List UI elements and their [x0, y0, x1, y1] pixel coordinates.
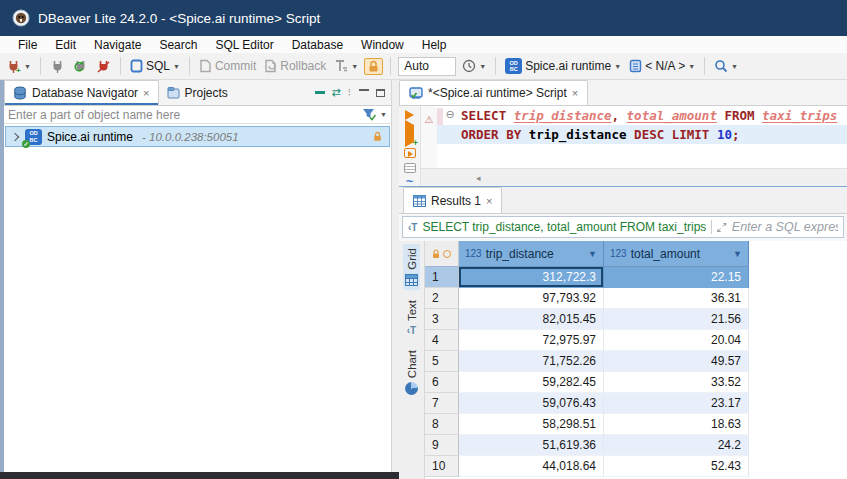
table-row[interactable]: 4 72,975.97 20.04: [425, 330, 847, 351]
cell-trip-distance[interactable]: 97,793.92: [459, 288, 604, 309]
search-button[interactable]: ▼: [712, 57, 740, 75]
cell-trip-distance[interactable]: 51,619.36: [459, 435, 604, 456]
row-number[interactable]: 3: [425, 309, 459, 330]
editor-body[interactable]: ⚠ ⊖ SELECT trip_distance, total_amount F…: [421, 106, 847, 168]
tab-sql-script[interactable]: *<Spice.ai runtime> Script ×: [399, 80, 588, 105]
table-row[interactable]: 1 312,722.3 22.15: [425, 267, 847, 288]
sql-line-1[interactable]: SELECT trip_distance, total_amount FROM …: [461, 106, 847, 125]
tree-item-connection[interactable]: OD BC ✓ Spice.ai runtime - 10.0.0.238:50…: [5, 126, 390, 147]
editor-horizontal-scrollbar[interactable]: ◂: [421, 168, 847, 186]
menu-edit[interactable]: Edit: [47, 38, 84, 52]
cell-trip-distance[interactable]: 59,076.43: [459, 393, 604, 414]
table-row[interactable]: 8 58,298.51 18.63: [425, 414, 847, 435]
table-row[interactable]: 9 51,619.36 24.2: [425, 435, 847, 456]
row-number[interactable]: 8: [425, 414, 459, 435]
row-number[interactable]: 5: [425, 351, 459, 372]
cell-total-amount[interactable]: 33.52: [604, 372, 749, 393]
expression-placeholder[interactable]: Enter a SQL expression to: [732, 220, 838, 234]
cell-total-amount[interactable]: 52.43: [604, 456, 749, 477]
panel-splitter[interactable]: [392, 80, 399, 479]
table-row[interactable]: 5 71,752.26 49.57: [425, 351, 847, 372]
menu-database[interactable]: Database: [284, 38, 351, 52]
menu-help[interactable]: Help: [414, 38, 455, 52]
cell-total-amount[interactable]: 36.31: [604, 288, 749, 309]
row-number[interactable]: 2: [425, 288, 459, 309]
execute-statement-icon[interactable]: [405, 110, 414, 120]
cell-trip-distance[interactable]: 82,015.45: [459, 309, 604, 330]
row-number[interactable]: 10: [425, 456, 459, 477]
table-row[interactable]: 6 59,282.45 33.52: [425, 372, 847, 393]
transaction-mode-combo[interactable]: Auto: [398, 57, 456, 76]
tab-projects[interactable]: Projects: [159, 80, 236, 105]
table-row[interactable]: 2 97,793.92 36.31: [425, 288, 847, 309]
sort-desc-icon[interactable]: ▼: [588, 249, 597, 259]
code-area[interactable]: SELECT trip_distance, total_amount FROM …: [457, 106, 847, 168]
connection-lock-button[interactable]: [364, 58, 383, 75]
object-filter-input[interactable]: [8, 108, 358, 122]
sort-desc-icon[interactable]: ▼: [733, 249, 742, 259]
view-menu-icon[interactable]: ⁝: [348, 87, 352, 98]
tab-database-navigator[interactable]: Database Navigator ×: [4, 80, 159, 105]
disconnect-button[interactable]: [94, 57, 113, 76]
cell-trip-distance[interactable]: 58,298.51: [459, 414, 604, 435]
cell-trip-distance[interactable]: 44,018.64: [459, 456, 604, 477]
close-icon[interactable]: ×: [143, 87, 149, 99]
menu-sql-editor[interactable]: SQL Editor: [207, 38, 281, 52]
row-number[interactable]: 1: [425, 267, 459, 288]
cell-trip-distance[interactable]: 312,722.3: [459, 267, 604, 288]
collapse-all-icon[interactable]: [315, 91, 325, 94]
close-icon[interactable]: ×: [572, 87, 578, 99]
active-database-selector[interactable]: < N/A > ▼: [627, 57, 697, 75]
minimize-icon[interactable]: [359, 89, 369, 97]
explain-plan-icon[interactable]: [404, 163, 416, 173]
commit-button[interactable]: Commit: [197, 57, 258, 75]
filter-icon[interactable]: [362, 108, 376, 121]
active-connection-selector[interactable]: OD BC Spice.ai runtime ▼: [503, 56, 623, 76]
column-header-total-amount[interactable]: 123 total_amount ▼: [604, 241, 749, 267]
caret-down-icon[interactable]: ▼: [380, 111, 387, 118]
close-icon[interactable]: ×: [486, 195, 492, 207]
collapse-region-icon[interactable]: ⊖: [445, 108, 454, 120]
cell-total-amount[interactable]: 24.2: [604, 435, 749, 456]
execute-new-tab-icon[interactable]: +: [405, 125, 414, 143]
caret-down-icon[interactable]: ▼: [731, 63, 738, 70]
scroll-left-icon[interactable]: ◂: [476, 173, 481, 183]
cell-trip-distance[interactable]: 71,752.26: [459, 351, 604, 372]
row-number[interactable]: 9: [425, 435, 459, 456]
cell-total-amount[interactable]: 21.56: [604, 309, 749, 330]
cell-trip-distance[interactable]: 59,282.45: [459, 372, 604, 393]
cell-total-amount[interactable]: 23.17: [604, 393, 749, 414]
sql-editor-button[interactable]: SQL ▼: [128, 57, 182, 75]
rollback-button[interactable]: Rollback: [262, 57, 328, 75]
cell-trip-distance[interactable]: 72,975.97: [459, 330, 604, 351]
cell-total-amount[interactable]: 49.57: [604, 351, 749, 372]
menu-file[interactable]: File: [10, 38, 45, 52]
query-analysis-icon[interactable]: ~: [406, 178, 414, 186]
column-header-trip-distance[interactable]: 123 trip_distance ▼: [459, 241, 604, 267]
caret-down-icon[interactable]: ▼: [614, 63, 621, 70]
table-row[interactable]: 7 59,076.43 23.17: [425, 393, 847, 414]
menu-navigate[interactable]: Navigate: [86, 38, 149, 52]
cell-total-amount[interactable]: 22.15: [604, 267, 749, 288]
cell-total-amount[interactable]: 20.04: [604, 330, 749, 351]
new-connection-button[interactable]: + ▼: [4, 57, 33, 76]
row-number[interactable]: 6: [425, 372, 459, 393]
caret-down-icon[interactable]: ▼: [479, 63, 486, 70]
table-row[interactable]: 3 82,015.45 21.56: [425, 309, 847, 330]
transaction-log-button[interactable]: ▼: [332, 57, 360, 75]
row-number[interactable]: 7: [425, 393, 459, 414]
execute-script-icon[interactable]: [404, 148, 416, 158]
row-number[interactable]: 4: [425, 330, 459, 351]
tab-chart-view[interactable]: Chart: [403, 346, 420, 399]
caret-down-icon[interactable]: ▼: [688, 63, 695, 70]
caret-down-icon[interactable]: ▼: [24, 63, 31, 70]
menu-window[interactable]: Window: [353, 38, 412, 52]
tab-grid-view[interactable]: Grid: [403, 244, 420, 290]
menu-search[interactable]: Search: [151, 38, 205, 52]
expander-chevron-icon[interactable]: [11, 132, 19, 140]
grid-corner-cell[interactable]: [425, 241, 459, 267]
link-editor-icon[interactable]: ⇄: [332, 86, 341, 99]
sql-line-2[interactable]: ORDER BY trip_distance DESC LIMIT 10;: [437, 125, 847, 144]
previous-transactions-button[interactable]: ▼: [460, 57, 488, 75]
cell-total-amount[interactable]: 18.63: [604, 414, 749, 435]
